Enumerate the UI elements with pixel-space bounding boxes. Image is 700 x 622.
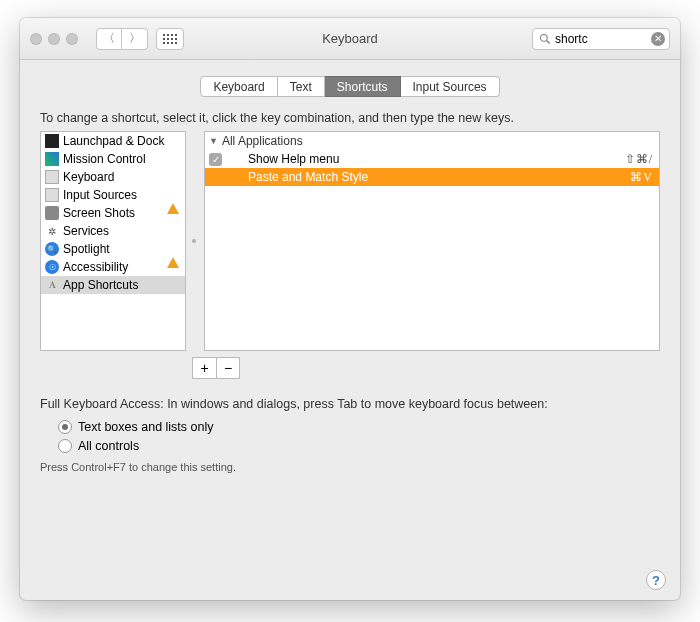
group-label: All Applications (222, 134, 303, 148)
nav-back-forward: 〈 〉 (96, 28, 148, 50)
split-drag-handle[interactable] (192, 131, 198, 351)
window-body: Keyboard Text Shortcuts Input Sources To… (20, 60, 680, 600)
titlebar: 〈 〉 Keyboard ✕ (20, 18, 680, 60)
sidebar-item-services[interactable]: ✲Services (41, 222, 185, 240)
minimize-window-button[interactable] (48, 33, 60, 45)
shortcut-list[interactable]: ▼ All Applications ✓ Show Help menu ⇧⌘/ … (204, 131, 660, 351)
preferences-window: 〈 〉 Keyboard ✕ Keyboard Text Shortcuts I… (20, 18, 680, 600)
shortcut-keys[interactable]: ⇧⌘/ (625, 152, 653, 167)
radio-button[interactable] (58, 420, 72, 434)
radio-label: All controls (78, 439, 139, 453)
input-sources-icon (45, 188, 59, 202)
sidebar-item-label: Input Sources (63, 188, 137, 202)
grid-icon (163, 34, 177, 44)
forward-button[interactable]: 〉 (122, 28, 148, 50)
screenshot-icon (45, 206, 59, 220)
radio-text-boxes-only[interactable]: Text boxes and lists only (58, 417, 660, 436)
search-icon (539, 33, 551, 45)
sidebar-item-app-shortcuts[interactable]: 𝐀App Shortcuts (41, 276, 185, 294)
show-all-button[interactable] (156, 28, 184, 50)
sidebar-item-label: Spotlight (63, 242, 110, 256)
keyboard-access-radios: Text boxes and lists only All controls (58, 417, 660, 455)
sidebar-item-label: Keyboard (63, 170, 114, 184)
sidebar-item-label: Services (63, 224, 109, 238)
sidebar-item-label: Accessibility (63, 260, 128, 274)
shortcut-row[interactable]: ✓ Show Help menu ⇧⌘/ (205, 150, 659, 168)
x-icon: ✕ (654, 33, 662, 44)
sidebar-item-input-sources[interactable]: Input Sources (41, 186, 185, 204)
shortcut-group-header[interactable]: ▼ All Applications (205, 132, 659, 150)
window-controls (30, 33, 78, 45)
shortcut-row[interactable]: Paste and Match Style ⌘V (205, 168, 659, 186)
warning-icon (167, 243, 181, 255)
shortcut-checkbox[interactable]: ✓ (209, 153, 222, 166)
instructions-text: To change a shortcut, select it, click t… (40, 111, 660, 125)
launchpad-icon (45, 134, 59, 148)
services-icon: ✲ (45, 224, 59, 238)
sidebar-item-label: Mission Control (63, 152, 146, 166)
remove-shortcut-button[interactable]: − (216, 357, 240, 379)
mission-control-icon (45, 152, 59, 166)
shortcut-label: Show Help menu (248, 152, 339, 166)
radio-button[interactable] (58, 439, 72, 453)
shortcut-keys[interactable]: ⌘V (630, 170, 653, 185)
category-sidebar[interactable]: Launchpad & Dock Mission Control Keyboar… (40, 131, 186, 351)
sidebar-item-label: Launchpad & Dock (63, 134, 164, 148)
tab-keyboard[interactable]: Keyboard (200, 76, 277, 97)
svg-point-0 (541, 34, 548, 41)
tab-text[interactable]: Text (278, 76, 325, 97)
keyboard-access-hint: Press Control+F7 to change this setting. (40, 461, 660, 473)
tab-input-sources[interactable]: Input Sources (401, 76, 500, 97)
app-shortcuts-icon: 𝐀 (45, 278, 59, 292)
radio-label: Text boxes and lists only (78, 420, 214, 434)
add-shortcut-button[interactable]: + (192, 357, 216, 379)
check-icon: ✓ (212, 154, 220, 165)
zoom-window-button[interactable] (66, 33, 78, 45)
warning-icon (167, 189, 181, 201)
chevron-right-icon: 〉 (129, 30, 141, 47)
back-button[interactable]: 〈 (96, 28, 122, 50)
sidebar-item-label: Screen Shots (63, 206, 135, 220)
chevron-left-icon: 〈 (103, 30, 115, 47)
spotlight-icon: 🔍 (45, 242, 59, 256)
svg-line-1 (547, 40, 550, 43)
sidebar-item-accessibility[interactable]: ☉Accessibility (41, 258, 185, 276)
sidebar-item-mission-control[interactable]: Mission Control (41, 150, 185, 168)
sidebar-item-label: App Shortcuts (63, 278, 138, 292)
keyboard-icon (45, 170, 59, 184)
clear-search-button[interactable]: ✕ (651, 32, 665, 46)
sidebar-item-screen-shots[interactable]: Screen Shots (41, 204, 185, 222)
disclosure-triangle-icon[interactable]: ▼ (209, 136, 218, 146)
panels: Launchpad & Dock Mission Control Keyboar… (40, 131, 660, 351)
add-remove-buttons: + − (192, 357, 660, 379)
tab-shortcuts[interactable]: Shortcuts (325, 76, 401, 97)
search-field-wrapper[interactable]: ✕ (532, 28, 670, 50)
shortcut-label: Paste and Match Style (248, 170, 368, 184)
sidebar-item-keyboard[interactable]: Keyboard (41, 168, 185, 186)
radio-all-controls[interactable]: All controls (58, 436, 660, 455)
sidebar-item-spotlight[interactable]: 🔍Spotlight (41, 240, 185, 258)
drag-dot-icon (192, 239, 196, 243)
close-window-button[interactable] (30, 33, 42, 45)
sidebar-item-launchpad[interactable]: Launchpad & Dock (41, 132, 185, 150)
help-button[interactable]: ? (646, 570, 666, 590)
accessibility-icon: ☉ (45, 260, 59, 274)
search-input[interactable] (551, 32, 651, 46)
tabs: Keyboard Text Shortcuts Input Sources (40, 76, 660, 97)
keyboard-access-label: Full Keyboard Access: In windows and dia… (40, 397, 660, 411)
